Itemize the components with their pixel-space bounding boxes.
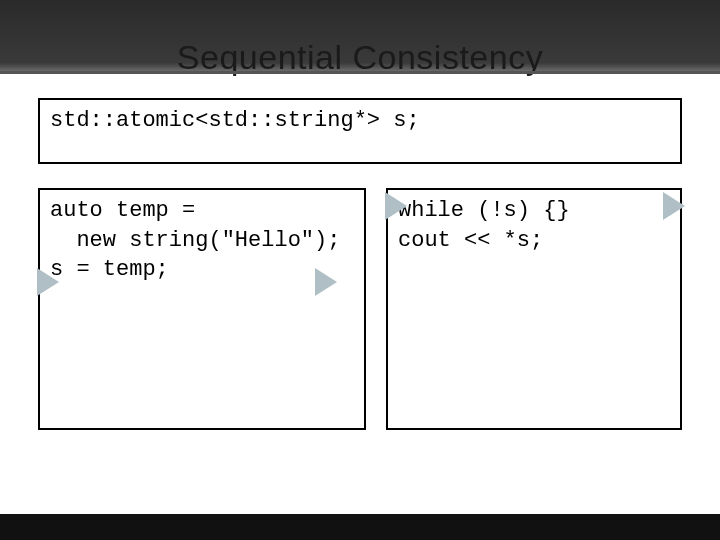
code-line: cout << *s; <box>398 226 670 256</box>
code-declaration: std::atomic<std::string*> s; <box>38 98 682 164</box>
slide-title: Sequential Consistency <box>177 38 543 77</box>
code-row: auto temp = new string("Hello"); s = tem… <box>38 188 682 454</box>
triangle-marker-icon <box>663 192 685 220</box>
triangle-marker-icon <box>315 268 337 296</box>
code-thread-2: while (!s) {} cout << *s; <box>386 188 682 430</box>
triangle-marker-icon <box>385 192 407 220</box>
slide-footer <box>0 514 720 540</box>
code-thread-1: auto temp = new string("Hello"); s = tem… <box>38 188 366 430</box>
slide-content: std::atomic<std::string*> s; auto temp =… <box>0 74 720 454</box>
code-line: new string("Hello"); <box>50 226 354 256</box>
code-line: while (!s) {} <box>398 196 670 226</box>
triangle-marker-icon <box>37 268 59 296</box>
code-line: s = temp; <box>50 255 354 285</box>
code-line: auto temp = <box>50 196 354 226</box>
code-line: std::atomic<std::string*> s; <box>50 108 420 133</box>
slide-header: Sequential Consistency <box>0 0 720 74</box>
